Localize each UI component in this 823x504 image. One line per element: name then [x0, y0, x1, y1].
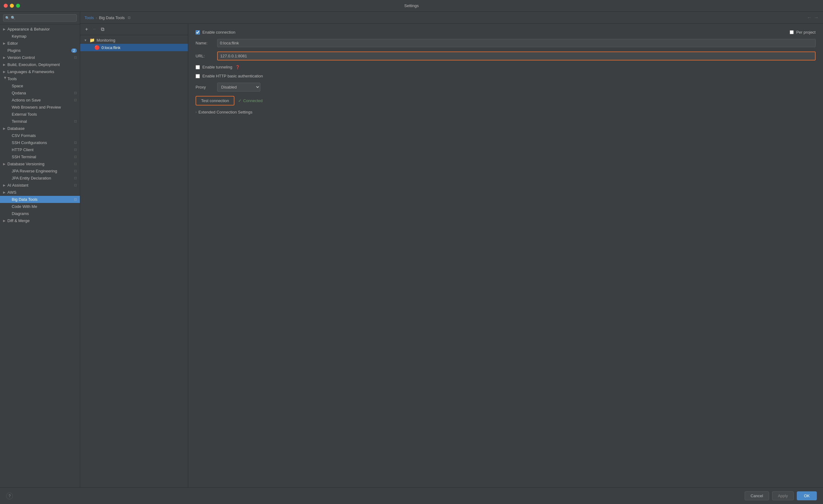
- window-icon: ⊡: [74, 169, 77, 173]
- close-button[interactable]: [4, 4, 8, 8]
- search-box: 🔍: [0, 12, 80, 24]
- sidebar-item-ai[interactable]: ▶ AI Assistant ⊡: [0, 182, 80, 189]
- breadcrumb-current: Big Data Tools: [99, 15, 125, 20]
- chevron-icon: ▶: [3, 191, 7, 194]
- sidebar-item-label: Code With Me: [12, 204, 77, 209]
- proxy-label: Proxy: [196, 85, 214, 90]
- url-input[interactable]: [217, 51, 816, 60]
- window-icon: ⊡: [74, 98, 77, 102]
- sidebar-item-label: Plugins: [7, 48, 70, 53]
- name-row: Name:: [196, 39, 816, 47]
- sidebar-item-label: Terminal: [12, 119, 73, 124]
- sidebar-item-diagrams[interactable]: Diagrams: [0, 210, 80, 217]
- sidebar-item-qodana[interactable]: Qodana ⊡: [0, 90, 80, 97]
- enable-tunneling-checkbox[interactable]: [196, 65, 200, 69]
- sidebar-item-jpa-reverse[interactable]: JPA Reverse Engineering ⊡: [0, 167, 80, 175]
- sidebar-item-label: AWS: [7, 190, 77, 195]
- url-label: URL:: [196, 54, 214, 58]
- tree-panel: + − ⧉ ▼ 📁 Monitoring 🔴 0:loca:fl: [80, 24, 188, 487]
- sidebar-item-external-tools[interactable]: External Tools: [0, 111, 80, 118]
- forward-arrow[interactable]: →: [814, 15, 819, 20]
- url-row: URL:: [196, 51, 816, 60]
- test-connection-wrapper: Test connection ✓ Connected: [196, 96, 816, 106]
- sidebar-item-aws[interactable]: ▶ AWS: [0, 189, 80, 196]
- sidebar-item-languages[interactable]: ▶ Languages & Frameworks: [0, 68, 80, 75]
- sidebar-item-label: Web Browsers and Preview: [12, 105, 77, 110]
- sidebar: 🔍 ▶ Appearance & Behavior Keymap ▶ Edito…: [0, 12, 80, 487]
- sidebar-item-label: Actions on Save: [12, 98, 73, 103]
- sidebar-item-actions-on-save[interactable]: Actions on Save ⊡: [0, 97, 80, 104]
- sidebar-item-appearance[interactable]: ▶ Appearance & Behavior: [0, 26, 80, 33]
- sidebar-item-http-client[interactable]: HTTP Client ⊡: [0, 146, 80, 153]
- sidebar-item-tools[interactable]: ▶ Tools: [0, 75, 80, 82]
- sidebar-item-label: SSH Terminal: [12, 155, 73, 159]
- window-icon: ⊡: [74, 55, 77, 59]
- sidebar-item-build[interactable]: ▶ Build, Execution, Deployment: [0, 61, 80, 68]
- maximize-button[interactable]: [16, 4, 20, 8]
- sidebar-item-terminal[interactable]: Terminal ⊡: [0, 118, 80, 125]
- tree-item-monitoring[interactable]: ▼ 📁 Monitoring: [80, 36, 188, 44]
- help-button[interactable]: ?: [6, 493, 13, 499]
- enable-connection-row: Enable connection: [196, 30, 235, 34]
- enable-http-auth-checkbox[interactable]: [196, 74, 200, 78]
- test-connection-button[interactable]: Test connection: [196, 96, 234, 106]
- sidebar-item-label: AI Assistant: [7, 183, 73, 187]
- window-title: Settings: [404, 3, 419, 8]
- sidebar-item-db-versioning[interactable]: ▶ Database Versioning ⊡: [0, 160, 80, 167]
- proxy-row: Proxy Disabled System Proxy Manual: [196, 82, 816, 92]
- add-button[interactable]: +: [84, 26, 89, 32]
- chevron-icon: ▶: [3, 70, 7, 73]
- sidebar-item-space[interactable]: Space: [0, 82, 80, 90]
- window-icon: ⊡: [74, 155, 77, 159]
- sidebar-item-version-control[interactable]: ▶ Version Control ⊡: [0, 54, 80, 61]
- tree-item-flink[interactable]: 🔴 0:loca:flink: [80, 44, 188, 51]
- sidebar-item-label: Database Versioning: [7, 162, 73, 166]
- enable-tunneling-label: Enable tunneling: [202, 65, 232, 69]
- main-container: 🔍 ▶ Appearance & Behavior Keymap ▶ Edito…: [0, 12, 823, 487]
- apply-button[interactable]: Apply: [772, 491, 794, 500]
- copy-button[interactable]: ⧉: [100, 26, 106, 32]
- breadcrumb-separator: ›: [96, 15, 97, 20]
- sidebar-item-big-data-tools[interactable]: Big Data Tools ⊡: [0, 196, 80, 203]
- search-input[interactable]: [3, 14, 77, 22]
- chevron-icon: ▶: [3, 56, 7, 59]
- enable-connection-checkbox[interactable]: [196, 30, 200, 34]
- sidebar-item-label: JPA Reverse Engineering: [12, 169, 73, 173]
- breadcrumb-root[interactable]: Tools: [85, 15, 94, 20]
- sidebar-item-label: HTTP Client: [12, 147, 73, 152]
- sidebar-item-ssh-terminal[interactable]: SSH Terminal ⊡: [0, 153, 80, 160]
- http-auth-row: Enable HTTP basic authentication: [196, 74, 816, 78]
- breadcrumb: Tools › Big Data Tools ⊡: [85, 15, 131, 20]
- sidebar-item-ssh-config[interactable]: SSH Configurations ⊡: [0, 139, 80, 146]
- sidebar-item-label: Keymap: [12, 34, 77, 38]
- minimize-button[interactable]: [10, 4, 14, 8]
- name-input[interactable]: [217, 39, 816, 47]
- tunneling-row: Enable tunneling ❓: [196, 65, 816, 69]
- sidebar-item-keymap[interactable]: Keymap: [0, 33, 80, 40]
- sidebar-item-diff-merge[interactable]: ▶ Diff & Merge: [0, 217, 80, 224]
- top-settings-row: Enable connection Per project: [196, 30, 816, 34]
- tree-item-label: Monitoring: [97, 38, 115, 42]
- sidebar-item-jpa-entity[interactable]: JPA Entity Declaration ⊡: [0, 175, 80, 182]
- sidebar-item-label: Big Data Tools: [12, 197, 73, 202]
- sidebar-item-label: Appearance & Behavior: [7, 27, 77, 31]
- sidebar-item-label: Version Control: [7, 55, 73, 60]
- nav-arrows: ← →: [807, 15, 819, 20]
- back-arrow[interactable]: ←: [807, 15, 812, 20]
- sidebar-item-editor[interactable]: ▶ Editor: [0, 40, 80, 47]
- cancel-button[interactable]: Cancel: [745, 491, 769, 500]
- connected-label: Connected: [243, 99, 263, 103]
- extended-settings-row[interactable]: › Extended Connection Settings: [196, 110, 816, 115]
- sidebar-item-label: Space: [12, 83, 77, 88]
- proxy-select[interactable]: Disabled System Proxy Manual: [217, 82, 260, 92]
- per-project-checkbox[interactable]: [790, 30, 794, 34]
- remove-button[interactable]: −: [92, 26, 97, 32]
- ok-button[interactable]: OK: [797, 491, 817, 500]
- sidebar-item-code-with-me[interactable]: Code With Me: [0, 203, 80, 210]
- sidebar-item-database[interactable]: ▶ Database: [0, 125, 80, 132]
- sidebar-item-plugins[interactable]: Plugins 2: [0, 47, 80, 54]
- sidebar-item-web-browsers[interactable]: Web Browsers and Preview: [0, 104, 80, 111]
- enable-connection-label: Enable connection: [202, 30, 235, 34]
- sidebar-item-csv[interactable]: CSV Formats: [0, 132, 80, 139]
- url-input-wrapper: [217, 51, 816, 60]
